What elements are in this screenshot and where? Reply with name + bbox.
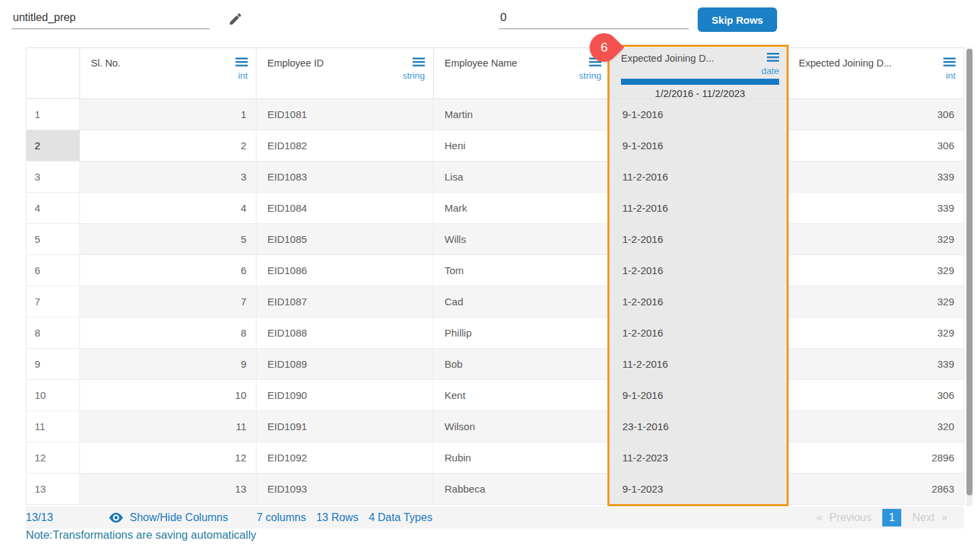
column-label: Expected Joining D... — [799, 58, 892, 69]
cell-sl-no: 6 — [80, 255, 257, 286]
autosave-note: Note:Transformations are saving automati… — [26, 529, 257, 541]
row-number-cell[interactable]: 7 — [26, 286, 80, 318]
next-page-button[interactable]: Next — [912, 512, 935, 524]
column-type: string — [445, 71, 601, 81]
cell-expected-joining-date: 11-2-2016 — [610, 161, 788, 193]
table-row: 2 2 EID1082 Heni 9-1-2016 306 — [26, 130, 964, 161]
cell-sl-no: 11 — [80, 411, 257, 442]
row-number-cell[interactable]: 13 — [26, 474, 80, 505]
table-row: 5 5 EID1085 Wills 1-2-2016 329 — [26, 224, 964, 255]
row-number-cell[interactable]: 12 — [26, 442, 80, 474]
table-stats: 7 columns 13 Rows 4 Data Types — [257, 512, 432, 524]
table-row: 6 6 EID1086 Tom 1-2-2016 329 — [26, 255, 964, 286]
row-number-cell[interactable]: 4 — [26, 193, 80, 224]
row-number-cell[interactable]: 2 — [26, 130, 80, 161]
header-expected-joining-days: Expected Joining D... int — [788, 48, 964, 99]
skip-rows-input[interactable] — [499, 7, 689, 29]
cell-employee-id: EID1081 — [257, 99, 434, 130]
current-page-button[interactable]: 1 — [882, 509, 901, 527]
columns-count: 7 columns — [257, 512, 306, 524]
table-body: 1 1 EID1081 Martin 9-1-2016 306 2 2 EID1… — [26, 99, 964, 505]
table-footer: 13/13 Show/Hide Columns 7 columns 13 Row… — [26, 506, 964, 529]
header-employee-name: Employee Name string — [434, 48, 610, 99]
cell-expected-joining-days: 2863 — [788, 474, 964, 505]
cell-employee-id: EID1093 — [257, 474, 434, 505]
row-number-cell[interactable]: 10 — [26, 380, 80, 411]
scrollbar-thumb[interactable] — [966, 49, 973, 495]
cell-sl-no: 2 — [80, 130, 257, 161]
row-number-cell[interactable]: 3 — [26, 161, 80, 193]
header-employee-id: Employee ID string — [257, 48, 434, 99]
row-count-indicator: 13/13 — [26, 512, 53, 524]
column-type: int — [91, 71, 248, 81]
row-number-cell[interactable]: 1 — [26, 99, 80, 130]
data-prep-app: Skip Rows Sl. No. int Employee ID — [0, 0, 980, 555]
data-table: Sl. No. int Employee ID string — [26, 47, 964, 505]
column-type: string — [267, 71, 425, 81]
cell-expected-joining-date: 1-2-2016 — [610, 224, 788, 255]
cell-employee-name: Wilson — [434, 411, 610, 442]
table-row: 1 1 EID1081 Martin 9-1-2016 306 — [26, 99, 964, 130]
cell-employee-id: EID1090 — [257, 380, 434, 411]
cell-employee-id: EID1082 — [257, 130, 434, 161]
table-row: 3 3 EID1083 Lisa 11-2-2016 339 — [26, 161, 964, 193]
first-page-arrow[interactable]: « — [810, 512, 829, 524]
vertical-scrollbar[interactable] — [966, 47, 973, 506]
cell-expected-joining-date: 11-2-2023 — [610, 442, 788, 474]
table-header-row: Sl. No. int Employee ID string — [26, 48, 964, 99]
cell-expected-joining-date: 23-1-2016 — [610, 411, 788, 442]
previous-page-button[interactable]: Previous — [829, 512, 871, 524]
table-row: 4 4 EID1084 Mark 11-2-2016 339 — [26, 193, 964, 224]
cell-sl-no: 1 — [80, 99, 257, 130]
column-label: Employee Name — [445, 58, 517, 69]
cell-expected-joining-days: 339 — [788, 193, 964, 224]
date-range-bar — [621, 79, 779, 85]
cell-expected-joining-date: 9-1-2023 — [610, 474, 788, 505]
cell-employee-id: EID1084 — [257, 193, 434, 224]
header-gutter — [26, 48, 80, 99]
last-page-arrow[interactable]: » — [935, 512, 954, 524]
skip-rows-button[interactable]: Skip Rows — [698, 7, 777, 32]
cell-expected-joining-days: 306 — [788, 130, 964, 161]
table-row: 13 13 EID1093 Rabbeca 9-1-2023 2863 — [26, 474, 964, 505]
cell-employee-name: Cad — [434, 286, 610, 318]
cell-expected-joining-date: 1-2-2016 — [610, 318, 788, 349]
cell-employee-name: Rabbeca — [434, 474, 610, 505]
menu-icon[interactable] — [943, 58, 956, 66]
cell-expected-joining-days: 329 — [788, 318, 964, 349]
cell-employee-id: EID1086 — [257, 255, 434, 286]
prep-name-input[interactable] — [12, 7, 210, 29]
column-label: Sl. No. — [91, 58, 121, 69]
date-range-text: 1/2/2016 - 11/2/2023 — [621, 88, 779, 99]
menu-icon[interactable] — [767, 53, 779, 62]
data-types-count: 4 Data Types — [369, 512, 432, 524]
annotation-badge-label: 6 — [601, 40, 608, 55]
cell-employee-name: Kent — [434, 380, 610, 411]
cell-expected-joining-days: 306 — [788, 380, 964, 411]
row-number-cell[interactable]: 11 — [26, 411, 80, 442]
pencil-icon[interactable] — [228, 12, 243, 26]
table-row: 8 8 EID1088 Phillip 1-2-2016 329 — [26, 318, 964, 349]
row-number-cell[interactable]: 6 — [26, 255, 80, 286]
cell-employee-id: EID1088 — [257, 318, 434, 349]
cell-expected-joining-date: 11-2-2016 — [610, 349, 788, 380]
table-row: 7 7 EID1087 Cad 1-2-2016 329 — [26, 286, 964, 318]
cell-expected-joining-days: 339 — [788, 161, 964, 193]
eye-icon — [109, 512, 124, 523]
cell-expected-joining-date: 9-1-2016 — [610, 99, 788, 130]
row-number-cell[interactable]: 8 — [26, 318, 80, 349]
cell-employee-name: Heni — [434, 130, 610, 161]
show-hide-columns-button[interactable]: Show/Hide Columns — [109, 512, 228, 524]
cell-employee-id: EID1083 — [257, 161, 434, 193]
rows-count: 13 Rows — [316, 512, 358, 524]
row-number-cell[interactable]: 9 — [26, 349, 80, 380]
cell-expected-joining-days: 306 — [788, 99, 964, 130]
cell-expected-joining-date: 1-2-2016 — [610, 286, 788, 318]
menu-icon[interactable] — [413, 58, 425, 66]
row-number-cell[interactable]: 5 — [26, 224, 80, 255]
column-label: Expected Joining D... — [621, 53, 714, 64]
menu-icon[interactable] — [235, 58, 248, 66]
cell-expected-joining-date: 9-1-2016 — [610, 380, 788, 411]
cell-sl-no: 8 — [80, 318, 257, 349]
table-row: 12 12 EID1092 Rubin 11-2-2023 2896 — [26, 442, 964, 474]
